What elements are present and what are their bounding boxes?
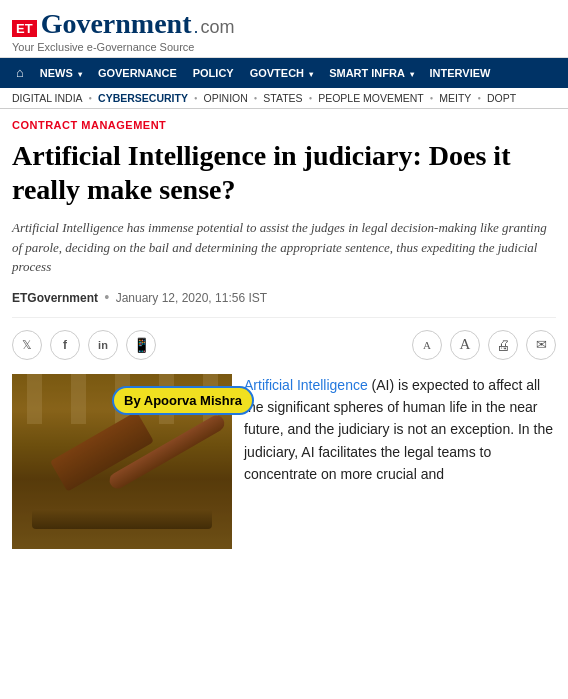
nav-people-movement[interactable]: PEOPLE MOVEMENT: [318, 92, 424, 104]
logo-com: com: [201, 17, 235, 38]
whatsapp-button[interactable]: 📱: [126, 330, 156, 360]
nav-policy[interactable]: POLICY: [185, 60, 242, 86]
et-badge: ET: [12, 20, 37, 37]
article-category: CONTRACT MANAGEMENT: [12, 119, 556, 131]
social-row: 𝕏 f in 📱 A A 🖨 ✉: [12, 330, 556, 360]
article-subtitle: Artificial Intelligence has immense pote…: [12, 218, 556, 277]
logo-government: Government: [41, 8, 192, 40]
secondary-nav: DIGITAL INDIA • CYBERSECURITY • OPINION …: [0, 88, 568, 109]
nav-interview[interactable]: INTERVIEW: [422, 60, 499, 86]
article-paragraph: Artificial Intelligence (AI) is expected…: [244, 374, 556, 486]
print-button[interactable]: 🖨: [488, 330, 518, 360]
byline-row: ETGovernment • January 12, 2020, 11:56 I…: [12, 289, 556, 318]
article-image-container: By Apoorva Mishra: [12, 374, 232, 549]
site-header: ET Government . com Your Exclusive e-Gov…: [0, 0, 568, 58]
nav-states[interactable]: STATES: [263, 92, 302, 104]
nav-govtech[interactable]: GOVTECH ▾: [242, 60, 321, 86]
twitter-button[interactable]: 𝕏: [12, 330, 42, 360]
content-area: By Apoorva Mishra Artificial Intelligenc…: [12, 374, 556, 549]
email-button[interactable]: ✉: [526, 330, 556, 360]
logo-dot: .: [193, 17, 198, 38]
primary-nav: ⌂ NEWS ▾ GOVERNANCE POLICY GOVTECH ▾ SMA…: [0, 58, 568, 88]
nav-cybersecurity[interactable]: CYBERSECURITY: [98, 92, 188, 104]
separator-4: •: [309, 93, 313, 104]
linkedin-button[interactable]: in: [88, 330, 118, 360]
nav-opinion[interactable]: OPINION: [203, 92, 247, 104]
byline-separator: •: [104, 289, 110, 307]
separator-6: •: [477, 93, 481, 104]
separator-2: •: [194, 93, 198, 104]
nav-meity[interactable]: MEITY: [439, 92, 471, 104]
social-left: 𝕏 f in 📱: [12, 330, 156, 360]
nav-news[interactable]: NEWS ▾: [32, 60, 90, 86]
nav-dopt[interactable]: DOPT: [487, 92, 516, 104]
separator-3: •: [254, 93, 258, 104]
home-icon[interactable]: ⌂: [8, 58, 32, 88]
article-text-content: Artificial Intelligence (AI) is expected…: [244, 374, 556, 549]
font-small-button[interactable]: A: [412, 330, 442, 360]
logo-row: ET Government . com: [12, 8, 556, 40]
social-right: A A 🖨 ✉: [412, 330, 556, 360]
nav-governance[interactable]: GOVERNANCE: [90, 60, 185, 86]
facebook-button[interactable]: f: [50, 330, 80, 360]
article-link-ai[interactable]: Artificial Intelligence: [244, 377, 368, 393]
byline-source: ETGovernment: [12, 291, 98, 305]
font-large-button[interactable]: A: [450, 330, 480, 360]
tagline: Your Exclusive e-Governance Source: [12, 41, 556, 53]
author-badge: By Apoorva Mishra: [112, 386, 254, 415]
separator-1: •: [89, 93, 93, 104]
nav-smart-infra[interactable]: SMART INFRA ▾: [321, 60, 421, 86]
article-body: CONTRACT MANAGEMENT Artificial Intellige…: [0, 109, 568, 559]
byline-date: January 12, 2020, 11:56 IST: [116, 291, 267, 305]
separator-5: •: [430, 93, 434, 104]
nav-digital-india[interactable]: DIGITAL INDIA: [12, 92, 83, 104]
article-title: Artificial Intelligence in judiciary: Do…: [12, 139, 556, 206]
